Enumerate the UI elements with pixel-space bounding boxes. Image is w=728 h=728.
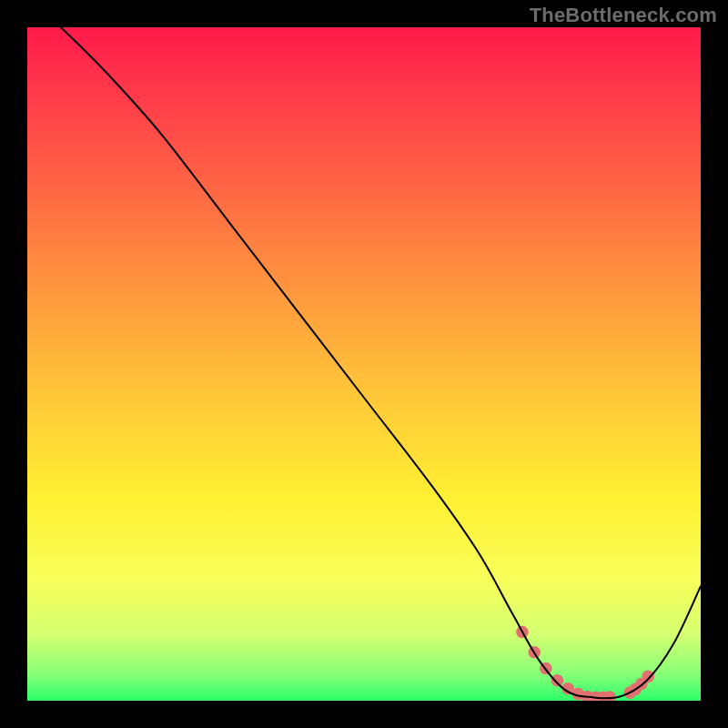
chart-container: TheBottleneck.com <box>0 0 728 728</box>
highlight-dot <box>551 674 564 687</box>
gradient-background <box>27 27 701 701</box>
highlight-dot <box>642 671 654 683</box>
bottleneck-chart <box>27 27 701 701</box>
watermark-text: TheBottleneck.com <box>530 4 717 27</box>
